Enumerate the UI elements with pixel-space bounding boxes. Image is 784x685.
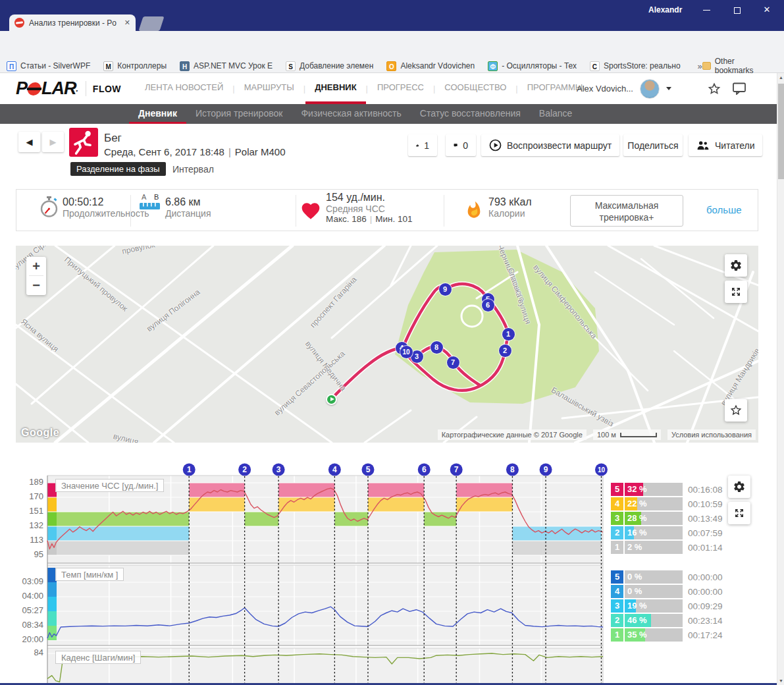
prev-session-button[interactable]: ◀ xyxy=(18,132,40,152)
hr-zones-table: 532 %00:16:08422 %00:10:59328 %00:13:492… xyxy=(611,483,723,555)
pace-axis-tick: 04:00 xyxy=(16,591,43,601)
pace-zone-strip xyxy=(47,626,57,640)
like-button[interactable]: 1 xyxy=(408,134,437,156)
training-benefit-button[interactable]: Максимальнаятренировка+ xyxy=(570,195,683,227)
chart-settings-button[interactable] xyxy=(728,476,750,498)
scrollbar-thumb[interactable] xyxy=(778,84,784,179)
svg-text:8: 8 xyxy=(510,465,515,474)
map-settings-button[interactable] xyxy=(725,254,747,277)
zone-number-badge: 5 xyxy=(611,483,623,496)
map-fullscreen-button[interactable] xyxy=(725,281,747,303)
user-menu[interactable]: Alex Vdovich... xyxy=(577,73,671,104)
duration-label: Продолжительность xyxy=(63,208,149,219)
subnav-item[interactable]: Физическая активность xyxy=(292,104,410,124)
bookmark-item[interactable]: HASP.NET MVC Урок Е xyxy=(180,61,273,71)
pace-zone-strip xyxy=(47,611,57,626)
zone-number-badge: 1 xyxy=(611,541,623,554)
zone-percent: 0 % xyxy=(627,570,642,584)
pace-legend: Темп [мин/км ] xyxy=(55,568,124,581)
distance-ruler-icon xyxy=(140,202,160,210)
user-name: Alex Vdovich... xyxy=(577,84,633,94)
map-favorite-button[interactable] xyxy=(725,399,747,422)
next-session-button[interactable]: ▶ xyxy=(42,132,64,152)
diary-subnav: ДневникИстория тренировокФизическая акти… xyxy=(0,104,777,124)
map-terms-link[interactable]: Условия использования xyxy=(667,429,756,440)
bookmark-item[interactable]: Ф- Осцилляторы - Тех xyxy=(488,61,577,71)
polar-logo[interactable]: PLAR. xyxy=(16,73,78,104)
bookmark-label: Aleksandr Vdovichen xyxy=(400,61,475,70)
page-scrollbar[interactable]: ▲ ▼ xyxy=(777,73,784,685)
bookmark-favicon-icon: C xyxy=(590,61,600,71)
pace-axis-tick: 03:09 xyxy=(16,576,43,586)
subnav-item[interactable]: Статус восстановления xyxy=(411,104,530,124)
device-name: Polar M400 xyxy=(235,146,286,157)
bookmark-item[interactable]: ПСтатьи - SilverWPF xyxy=(7,61,90,71)
bookmarks-overflow-icon[interactable]: » xyxy=(698,61,702,71)
stopwatch-icon xyxy=(39,196,59,219)
pace-zones-table: 50 %00:00:0040 %00:00:00319 %00:09:29246… xyxy=(611,570,723,643)
replay-route-button[interactable]: Воспроизвести маршрут xyxy=(481,134,619,156)
people-icon xyxy=(696,140,710,150)
hr-zone-band xyxy=(189,497,244,512)
zone-number-badge: 2 xyxy=(611,526,623,539)
folder-icon xyxy=(702,62,711,70)
window-minimize-button[interactable] xyxy=(696,3,716,17)
calories-value: 793 кКал xyxy=(488,196,532,208)
browser-tab[interactable]: Анализ тренировки - Po ✕ xyxy=(9,14,136,31)
chrome-profile-name[interactable]: Alexandr xyxy=(648,5,682,14)
chart-fullscreen-button[interactable] xyxy=(728,502,750,524)
svg-text:7: 7 xyxy=(454,465,459,474)
flow-label: FLOW xyxy=(93,84,121,94)
scroll-down-icon[interactable]: ▼ xyxy=(777,678,784,683)
svg-text:9: 9 xyxy=(544,465,548,474)
subnav-item[interactable]: Дневник xyxy=(129,104,186,124)
adjacent-tab-fragment[interactable] xyxy=(138,16,164,31)
zone-time: 00:23:14 xyxy=(688,616,723,626)
cadence-axis-tick: 84 xyxy=(16,647,43,657)
share-button[interactable]: Поделиться xyxy=(623,134,683,156)
comment-button[interactable]: 0 xyxy=(446,134,476,156)
bookmark-favicon-icon: Ф xyxy=(488,61,498,71)
bookmark-label: Добавление элемен xyxy=(300,61,373,70)
readers-button[interactable]: Читатели xyxy=(689,134,762,156)
polar-nav-item[interactable]: СООБЩЕСТВО xyxy=(435,73,515,104)
zoom-in-button[interactable]: + xyxy=(26,257,46,275)
tab-close-icon[interactable]: ✕ xyxy=(124,18,130,27)
zoom-out-button[interactable]: − xyxy=(26,276,46,294)
zone-bar: 46 % xyxy=(625,614,683,627)
hr-zone-band xyxy=(189,483,244,497)
other-bookmarks-button[interactable]: Other bookmarks xyxy=(702,57,766,75)
bookmark-label: Статьи - SilverWPF xyxy=(20,61,90,70)
hr-zone-band xyxy=(546,541,601,555)
zone-bar-fill xyxy=(625,541,626,554)
bookmark-item[interactable]: MКонтроллеры xyxy=(103,61,167,71)
map-zoom-control[interactable]: + − xyxy=(26,257,46,295)
phase-split-tooltip[interactable]: Разделение на фазы xyxy=(70,162,166,176)
subnav-item[interactable]: Balance xyxy=(530,104,582,124)
messages-icon[interactable] xyxy=(732,82,746,95)
zone-percent: 19 % xyxy=(627,599,647,613)
polar-nav-item[interactable]: ПРОГРЕСС xyxy=(368,73,433,104)
svg-text:10: 10 xyxy=(598,466,606,474)
scroll-up-icon[interactable]: ▲ xyxy=(777,75,784,80)
zone-percent: 32 % xyxy=(627,483,647,496)
zone-percent: 16 % xyxy=(627,526,647,539)
bookmark-item[interactable]: SДобавление элемен xyxy=(286,61,373,71)
hr-axis-tick: 132 xyxy=(16,520,43,530)
polar-nav-item[interactable]: МАРШРУТЫ xyxy=(235,73,303,104)
map-data-attribution: Картографические данные © 2017 Google xyxy=(438,429,587,440)
window-maximize-button[interactable] xyxy=(727,3,747,17)
polar-nav-item[interactable]: ДНЕВНИК xyxy=(305,73,365,104)
polar-nav-item[interactable]: ЛЕНТА НОВОСТЕЙ xyxy=(136,73,232,104)
more-link[interactable]: больше xyxy=(706,204,742,215)
pace-zone-row: 246 %00:23:14 xyxy=(611,614,723,627)
avg-hr-value: 154 уд./мин. xyxy=(326,192,413,204)
pace-axis-tick: 20:00 xyxy=(16,634,43,644)
map-phase-marker: 8 xyxy=(431,341,443,354)
bookmark-item[interactable]: CSportsStore: реально xyxy=(590,61,681,71)
subnav-item[interactable]: История тренировок xyxy=(186,104,292,124)
window-close-button[interactable]: ✕ xyxy=(757,3,777,17)
favorites-star-icon[interactable] xyxy=(707,82,721,96)
bookmark-item[interactable]: OAleksandr Vdovichen xyxy=(386,61,475,71)
route-map[interactable]: вулиця СіркапровулокПрилуцький провулокв… xyxy=(16,246,758,443)
